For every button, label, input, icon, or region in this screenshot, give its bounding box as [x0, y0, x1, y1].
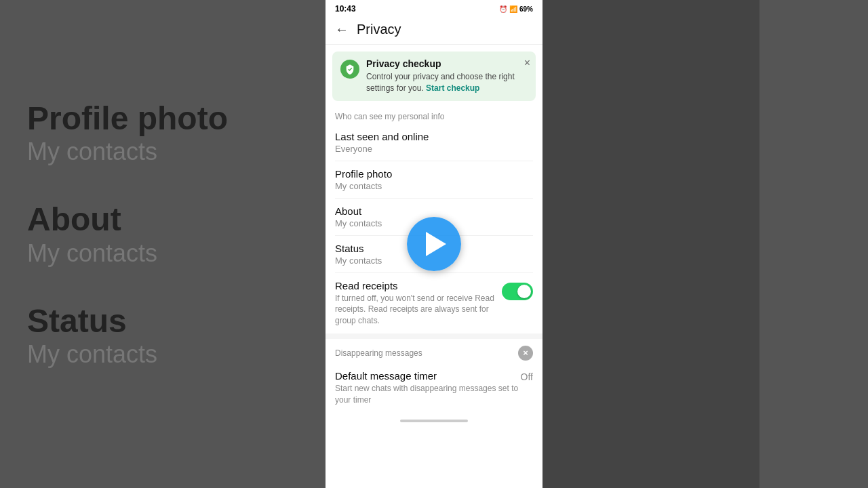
status-icons: ⏰ 📶 69% [499, 5, 533, 13]
bg-text-status: Status [27, 302, 298, 341]
background-right [760, 0, 868, 488]
battery-text: 69% [519, 5, 533, 13]
read-receipts-text: Read receipts If turned off, you won't s… [335, 280, 496, 327]
last-seen-item[interactable]: Last seen and online Everyone [326, 124, 542, 161]
banner-title: Privacy checkup [366, 58, 528, 69]
toggle-thumb [517, 285, 531, 298]
bg-text-about: About [27, 200, 298, 239]
page-title: Privacy [357, 22, 401, 37]
read-receipts-row: Read receipts If turned off, you won't s… [326, 273, 542, 333]
last-seen-subtitle: Everyone [335, 144, 533, 154]
profile-photo-title: Profile photo [335, 168, 533, 180]
privacy-banner[interactable]: Privacy checkup Control your privacy and… [332, 52, 536, 101]
banner-description: Control your privacy and choose the righ… [366, 71, 528, 94]
shield-svg [344, 64, 355, 75]
timer-title: Default message timer [335, 370, 521, 382]
play-icon [426, 232, 446, 256]
alarm-icon: ⏰ [499, 5, 507, 13]
disappearing-label: Disappearing messages [335, 348, 422, 358]
signal-icon: 📶 [509, 5, 517, 13]
disappearing-section-header: Disappearing messages × [326, 339, 542, 363]
last-seen-title: Last seen and online [335, 131, 533, 142]
background-left: Profile photo My contacts About My conta… [0, 0, 326, 488]
timer-description: Start new chats with disappearing messag… [335, 383, 521, 406]
profile-photo-subtitle: My contacts [335, 181, 533, 191]
message-timer-row[interactable]: Default message timer Start new chats wi… [326, 363, 542, 413]
status-time: 10:43 [335, 4, 356, 14]
page-header: ← Privacy [326, 16, 542, 45]
read-receipts-title: Read receipts [335, 280, 496, 291]
bg-subtext-status: My contacts [27, 340, 298, 369]
back-button[interactable]: ← [335, 22, 349, 37]
play-button[interactable] [407, 217, 461, 271]
personal-info-section-label: Who can see my personal info [326, 105, 542, 124]
timer-text: Default message timer Start new chats wi… [335, 370, 521, 406]
bg-text-profile-photo: Profile photo [27, 99, 298, 138]
start-checkup-link[interactable]: Start checkup [426, 83, 479, 93]
bottom-handle [326, 413, 542, 429]
banner-close-button[interactable]: × [524, 57, 530, 69]
bg-subtext-profile-photo: My contacts [27, 138, 298, 166]
bg-subtext-about: My contacts [27, 239, 298, 268]
handle-bar [400, 420, 468, 422]
read-receipts-description: If turned off, you won't send or receive… [335, 293, 496, 327]
profile-photo-item[interactable]: Profile photo My contacts [326, 161, 542, 198]
section-divider [326, 333, 542, 339]
shield-icon [340, 60, 359, 79]
about-title: About [335, 205, 533, 217]
disappearing-close-button[interactable]: × [518, 346, 533, 361]
read-receipts-toggle[interactable] [502, 283, 533, 300]
timer-value: Off [521, 371, 533, 382]
status-bar: 10:43 ⏰ 📶 69% [326, 0, 542, 16]
banner-content: Privacy checkup Control your privacy and… [366, 58, 528, 94]
